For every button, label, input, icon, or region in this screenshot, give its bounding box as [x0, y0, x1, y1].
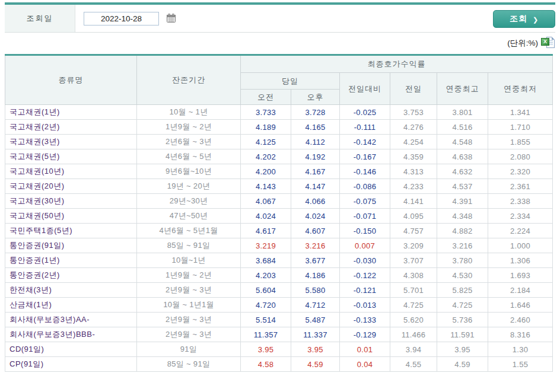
row-year-low: 1.646 [488, 298, 553, 313]
table-row: 국고채권(3년)2년6월 ~ 3년4.1254.112-0.1424.2544.… [5, 135, 553, 149]
row-am: 3.95 [241, 342, 291, 357]
row-change: -0.142 [340, 135, 390, 149]
row-prev: 4.233 [390, 179, 437, 194]
row-year-high: 4.725 [437, 298, 488, 313]
row-year-high: 11.591 [437, 327, 488, 342]
table-row: 회사채(무보증3년)BBB-2년9월 ~ 3년11.35711.337-0.12… [5, 327, 553, 342]
row-year-low: 1.710 [488, 120, 553, 135]
row-prev: 4.313 [390, 164, 437, 179]
row-year-high: 3.216 [437, 238, 488, 253]
excel-download-icon[interactable]: X [541, 37, 555, 50]
row-am: 3.733 [241, 105, 291, 120]
date-input-area [75, 5, 555, 32]
row-year-high: 4.638 [437, 149, 488, 164]
table-row: 국고채권(10년)9년6월~10년4.2004.167-0.1464.3134.… [5, 164, 553, 179]
row-prev: 4.55 [390, 357, 437, 372]
date-label: 조회일 [5, 5, 75, 32]
row-year-low: 2.334 [488, 209, 553, 224]
search-bar: 조회일 조회 ❯ [5, 2, 555, 33]
row-prev: 3.753 [390, 105, 437, 120]
row-type: 국고채권(10년) [5, 164, 137, 179]
row-am: 4.617 [241, 224, 291, 238]
row-pm: 3.677 [291, 253, 340, 268]
row-year-high: 5.825 [437, 283, 488, 298]
row-change: -0.129 [340, 327, 390, 342]
row-prev: 4.359 [390, 149, 437, 164]
row-maturity: 29년~30년 [137, 194, 241, 209]
row-type: 통안증권(2년) [5, 268, 137, 283]
row-maturity: 85일 ~ 91일 [137, 357, 241, 372]
row-year-high: 4.391 [437, 194, 488, 209]
row-prev: 4.095 [390, 209, 437, 224]
row-change: -0.133 [340, 313, 390, 327]
row-maturity: 85일 ~ 91일 [137, 238, 241, 253]
row-pm: 5.487 [291, 313, 340, 327]
row-am: 4.200 [241, 164, 291, 179]
row-change: -0.146 [340, 164, 390, 179]
row-type: CD(91일) [5, 342, 137, 357]
row-maturity: 2년9월 ~ 3년 [137, 283, 241, 298]
row-am: 11.357 [241, 327, 291, 342]
row-type: 국고채권(3년) [5, 135, 137, 149]
row-change: -0.071 [340, 209, 390, 224]
row-maturity: 4년6월 ~ 5년 [137, 149, 241, 164]
row-year-high: 4.516 [437, 120, 488, 135]
row-year-low: 1.55 [488, 357, 553, 372]
excel-x-glyph: X [541, 38, 549, 46]
row-am: 4.58 [241, 357, 291, 372]
row-year-high: 4.882 [437, 224, 488, 238]
row-type: 한전채(3년) [5, 283, 137, 298]
col-header-today: 당일 [241, 73, 340, 90]
row-change: 0.007 [340, 238, 390, 253]
table-row: 국고채권(1년)10월 ~ 1년3.7333.728-0.0253.7533.8… [5, 105, 553, 120]
row-year-low: 1.000 [488, 238, 553, 253]
col-header-year-high: 연중최고 [437, 73, 488, 105]
row-year-high: 3.95 [437, 342, 488, 357]
row-change: -0.122 [340, 268, 390, 283]
table-row: CD(91일)91일3.953.950.013.943.951.30 [5, 342, 553, 357]
row-year-low: 1.306 [488, 253, 553, 268]
row-maturity: 2년9월 ~ 3년 [137, 327, 241, 342]
row-type: 국고채권(30년) [5, 194, 137, 209]
row-am: 3.684 [241, 253, 291, 268]
row-year-high: 4.59 [437, 357, 488, 372]
row-pm: 3.728 [291, 105, 340, 120]
row-year-low: 1.341 [488, 105, 553, 120]
row-change: -0.075 [340, 194, 390, 209]
row-pm: 4.59 [291, 357, 340, 372]
row-pm: 4.147 [291, 179, 340, 194]
table-row: 회사채(무보증3년)AA-2년9월 ~ 3년5.5145.487-0.1335.… [5, 313, 553, 327]
row-prev: 4.308 [390, 268, 437, 283]
table-row: 국고채권(30년)29년~30년4.0674.066-0.0754.1414.3… [5, 194, 553, 209]
table-row: 통안증권(91일)85일 ~ 91일3.2193.2160.0073.2093.… [5, 238, 553, 253]
row-maturity: 9년6월~10년 [137, 164, 241, 179]
calendar-icon[interactable] [166, 14, 176, 23]
search-button[interactable]: 조회 ❯ [493, 10, 555, 28]
row-prev: 4.141 [390, 194, 437, 209]
row-maturity: 2년6월 ~ 3년 [137, 135, 241, 149]
row-prev: 4.725 [390, 298, 437, 313]
row-type: 국고채권(2년) [5, 120, 137, 135]
unit-row: (단위:%) X [5, 33, 555, 54]
row-year-high: 4.348 [437, 209, 488, 224]
col-header-change: 전일대비 [340, 73, 390, 105]
date-input[interactable] [84, 12, 159, 26]
row-change: 0.04 [340, 357, 390, 372]
table-row: 국고채권(2년)1년9월 ~ 2년4.1894.165-0.1114.2764.… [5, 120, 553, 135]
col-header-maturity: 잔존기간 [137, 55, 241, 105]
row-prev: 4.276 [390, 120, 437, 135]
row-year-low: 2.320 [488, 164, 553, 179]
row-pm: 4.167 [291, 164, 340, 179]
yield-table: 종류명 잔존기간 최종호가수익률 당일 전일대비 전일 연중최고 연중최저 오전… [5, 54, 553, 372]
row-pm: 4.066 [291, 194, 340, 209]
row-year-high: 4.632 [437, 164, 488, 179]
col-header-prev: 전일 [390, 73, 437, 105]
row-pm: 4.712 [291, 298, 340, 313]
row-change: -0.086 [340, 179, 390, 194]
row-change: -0.167 [340, 149, 390, 164]
row-am: 4.202 [241, 149, 291, 164]
row-year-low: 2.338 [488, 194, 553, 209]
row-pm: 11.337 [291, 327, 340, 342]
row-prev: 5.701 [390, 283, 437, 298]
row-prev: 3.209 [390, 238, 437, 253]
